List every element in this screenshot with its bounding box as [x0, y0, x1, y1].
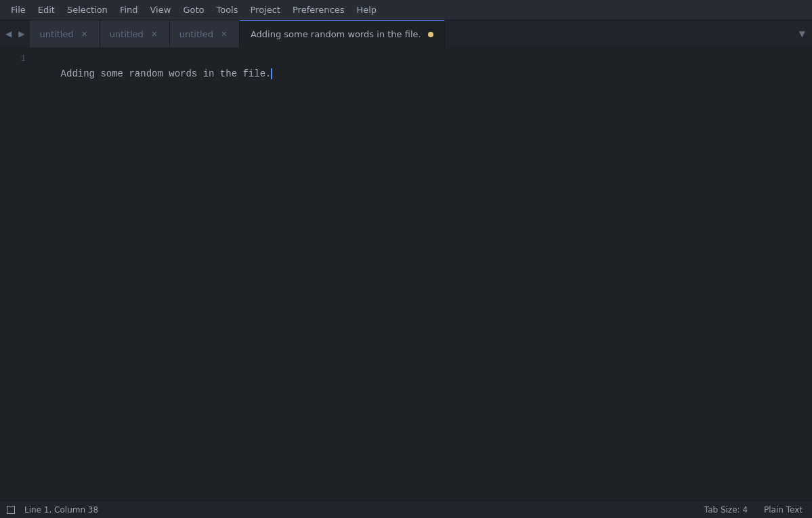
tab-unsaved-indicator [428, 32, 433, 37]
status-tab-size[interactable]: Tab Size: 4 [702, 504, 750, 516]
tab-3[interactable]: untitled ✕ [170, 20, 240, 47]
tabs-container: untitled ✕ untitled ✕ untitled ✕ Adding … [30, 20, 792, 47]
menu-project[interactable]: Project [244, 3, 285, 17]
menu-goto[interactable]: Goto [177, 3, 209, 17]
tab-nav-buttons: ◀ ▶ [0, 20, 30, 47]
menu-view[interactable]: View [145, 3, 177, 17]
menu-tools[interactable]: Tools [211, 3, 243, 17]
status-position[interactable]: Line 1, Column 38 [22, 504, 101, 516]
menu-selection[interactable]: Selection [62, 3, 113, 17]
menu-file[interactable]: File [5, 3, 31, 17]
status-language[interactable]: Plain Text [761, 504, 805, 516]
status-bar: Line 1, Column 38 Tab Size: 4 Plain Text [0, 500, 812, 518]
status-left: Line 1, Column 38 [7, 504, 101, 516]
tab-1-title: untitled [39, 29, 73, 39]
status-right: Tab Size: 4 Plain Text [702, 504, 805, 516]
editor-line-1-text: Adding some random words in the file. [61, 68, 272, 79]
tab-1[interactable]: untitled ✕ [30, 20, 100, 47]
tab-prev-button[interactable]: ◀ [3, 28, 14, 40]
tab-next-button[interactable]: ▶ [16, 28, 27, 40]
line-numbers: 1 [0, 47, 34, 500]
menu-find[interactable]: Find [114, 3, 144, 17]
menu-preferences[interactable]: Preferences [287, 3, 349, 17]
tab-active-title: Adding some random words in the file. [251, 29, 421, 39]
tab-bar: ◀ ▶ untitled ✕ untitled ✕ untitled ✕ Add… [0, 20, 812, 47]
menu-bar: File Edit Selection Find View Goto Tools… [0, 0, 812, 20]
tab-active[interactable]: Adding some random words in the file. [240, 20, 445, 47]
tab-2[interactable]: untitled ✕ [100, 20, 170, 47]
menu-help[interactable]: Help [351, 3, 382, 17]
menu-edit[interactable]: Edit [33, 3, 60, 17]
tab-overflow-button[interactable]: ▼ [792, 20, 812, 47]
tab-1-close[interactable]: ✕ [79, 28, 90, 39]
line-number-1: 1 [0, 51, 26, 66]
editor-content[interactable]: Adding some random words in the file. [34, 47, 812, 500]
status-square-icon [7, 506, 15, 514]
tab-2-close[interactable]: ✕ [149, 28, 160, 39]
editor-area: 1 Adding some random words in the file. [0, 47, 812, 500]
tab-3-close[interactable]: ✕ [219, 28, 230, 39]
tab-2-title: untitled [110, 29, 144, 39]
tab-3-title: untitled [179, 29, 213, 39]
status-icon-area [7, 506, 15, 514]
text-cursor [271, 68, 272, 79]
